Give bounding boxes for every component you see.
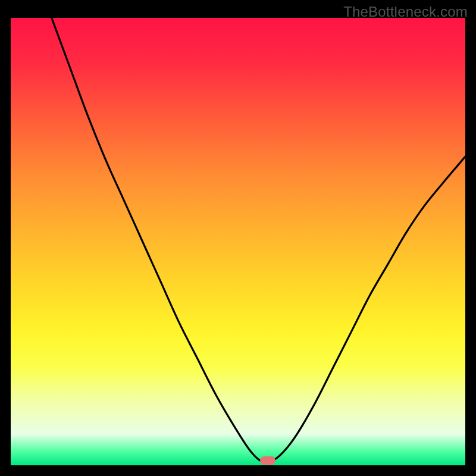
bottleneck-curve <box>52 18 465 462</box>
chart-frame: TheBottleneck.com <box>0 0 476 476</box>
curve-svg <box>11 18 465 465</box>
plot-area <box>11 18 465 465</box>
watermark-text: TheBottleneck.com <box>343 4 468 20</box>
optimal-marker <box>260 456 275 465</box>
